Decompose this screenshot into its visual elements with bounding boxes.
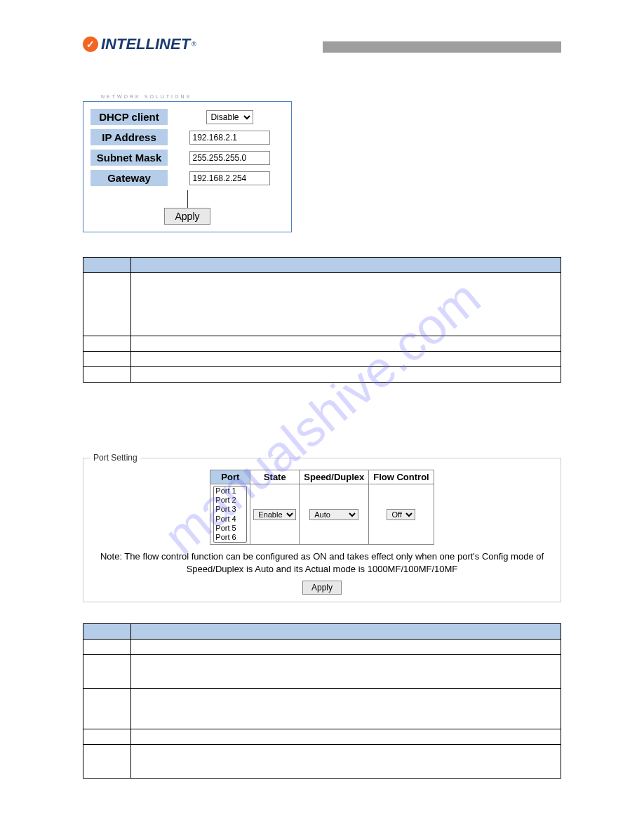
brand-logo: INTELLINET ® NETWORK SOLUTIONS <box>83 35 196 99</box>
gateway-input[interactable] <box>189 171 270 185</box>
subnet-mask-label: Subnet Mask <box>90 150 168 166</box>
dhcp-select[interactable]: Disable <box>206 110 253 124</box>
connector-line <box>187 190 188 208</box>
port-note-text: Note: The flow control function can be c… <box>90 550 554 576</box>
port-setting-panel: Port Setting Port State Speed/Duplex Flo… <box>83 453 561 602</box>
ip-config-panel: DHCP client Disable IP Address Subnet Ma… <box>83 101 292 232</box>
state-select[interactable]: Enable <box>253 509 296 520</box>
port-list-select[interactable]: Port 1 Port 2 Port 3 Port 4 Port 5 Port … <box>213 486 247 543</box>
speed-header: Speed/Duplex <box>300 470 369 484</box>
description-table-2 <box>83 623 561 779</box>
registered-mark: ® <box>192 41 196 48</box>
flow-control-select[interactable]: Off <box>387 509 415 520</box>
brand-tagline: NETWORK SOLUTIONS <box>101 94 196 99</box>
ip-address-input[interactable] <box>189 131 270 145</box>
dhcp-label: DHCP client <box>90 109 168 125</box>
port-apply-button[interactable]: Apply <box>302 581 342 595</box>
port-setting-table: Port State Speed/Duplex Flow Control Por… <box>210 470 434 545</box>
ip-apply-button[interactable]: Apply <box>164 208 210 225</box>
flow-header: Flow Control <box>369 470 434 484</box>
state-header: State <box>250 470 300 484</box>
header-stripe <box>323 41 561 53</box>
gateway-label: Gateway <box>90 170 168 186</box>
brand-name: INTELLINET <box>101 35 190 53</box>
port-setting-legend: Port Setting <box>90 453 140 463</box>
check-circle-icon <box>83 37 98 52</box>
port-header: Port <box>210 470 250 484</box>
description-table-1 <box>83 257 561 383</box>
subnet-mask-input[interactable] <box>189 151 270 165</box>
ip-address-label: IP Address <box>90 129 168 145</box>
speed-duplex-select[interactable]: Auto <box>309 509 358 520</box>
